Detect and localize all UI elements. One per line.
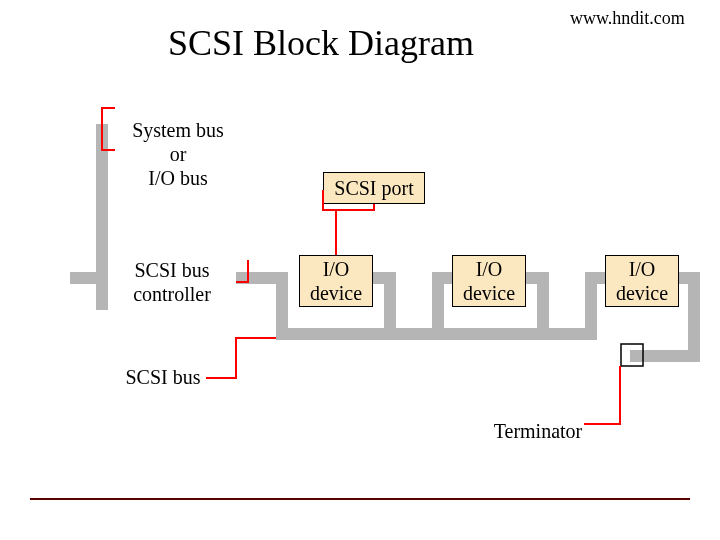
box-io-device-2: I/O device: [452, 255, 526, 307]
footer-rule: [30, 498, 690, 500]
scsi-bus-down-1: [276, 272, 288, 340]
system-bus-stub: [70, 272, 100, 284]
label-scsi-bus-controller: SCSI bus controller: [112, 258, 232, 306]
scsi-bus-seg-3b: [526, 272, 549, 284]
label-scsi-bus: SCSI bus: [108, 365, 218, 389]
terminator-box: [621, 344, 643, 366]
scsi-bus-down-4: [688, 272, 700, 362]
scsi-bus-bottom-1: [276, 328, 444, 340]
scsi-bus-up-2: [432, 272, 444, 340]
label-system-bus: System bus or I/O bus: [118, 118, 238, 190]
scsi-bus-seg-2a: [373, 272, 396, 284]
scsi-bus-up-3: [585, 272, 597, 340]
scsi-bus-seg-3a: [432, 272, 452, 284]
scsi-bus-seg-4b: [679, 272, 697, 284]
scsi-bus-down-3: [537, 272, 549, 340]
scsi-bus-term-run: [630, 350, 700, 362]
site-url: www.hndit.com: [570, 8, 685, 29]
diagram-stage: SCSI Block Diagram www.hndit.com System …: [0, 0, 720, 540]
page-title: SCSI Block Diagram: [168, 22, 474, 64]
scsi-bus-down-2: [384, 272, 396, 340]
box-scsi-port: SCSI port: [323, 172, 425, 204]
box-io-device-1: I/O device: [299, 255, 373, 307]
scsi-bus-seg-1a: [236, 272, 288, 284]
scsi-bus-seg-4a: [585, 272, 605, 284]
system-bus-bar: [96, 124, 108, 310]
scsi-bus-bottom-2: [432, 328, 597, 340]
box-io-device-3: I/O device: [605, 255, 679, 307]
label-terminator: Terminator: [478, 419, 598, 443]
